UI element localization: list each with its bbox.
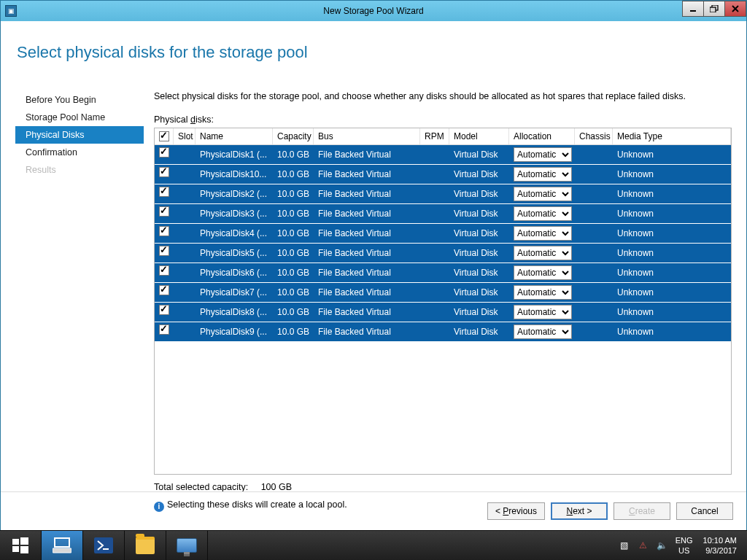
col-allocation[interactable]: Allocation [509, 128, 575, 144]
cell-name: PhysicalDisk2 (... [196, 186, 273, 202]
minimize-button[interactable] [682, 1, 704, 17]
clock[interactable]: 10:10 AM9/3/2017 [700, 535, 740, 556]
col-name[interactable]: Name [196, 128, 273, 144]
disk-row[interactable]: PhysicalDisk3 (...10.0 GBFile Backed Vir… [155, 203, 731, 223]
disk-checkbox[interactable] [159, 246, 169, 256]
cell-rpm [420, 147, 449, 163]
cell-model: Virtual Disk [449, 284, 509, 300]
nav-step-3[interactable]: Confirmation [15, 144, 144, 161]
cell-chassis [575, 324, 613, 340]
svg-rect-6 [20, 546, 28, 553]
next-button[interactable]: Next > [551, 502, 608, 520]
close-button[interactable] [724, 1, 746, 17]
cell-bus: File Backed Virtual [314, 147, 420, 163]
taskbar-computer[interactable] [166, 531, 208, 560]
disk-row[interactable]: PhysicalDisk4 (...10.0 GBFile Backed Vir… [155, 223, 731, 243]
disk-checkbox[interactable] [159, 187, 169, 197]
cell-model: Virtual Disk [449, 186, 509, 202]
svg-rect-10 [103, 548, 109, 550]
cell-rpm [420, 265, 449, 281]
col-chassis[interactable]: Chassis [575, 128, 613, 144]
svg-rect-3 [12, 539, 19, 545]
nav-step-0[interactable]: Before You Begin [15, 91, 144, 109]
cell-rpm [420, 245, 449, 261]
cell-slot [174, 206, 196, 222]
allocation-select[interactable]: AutomaticHot SpareManual [514, 187, 572, 201]
disk-checkbox[interactable] [159, 206, 169, 217]
disk-row[interactable]: PhysicalDisk5 (...10.0 GBFile Backed Vir… [155, 243, 731, 262]
disk-checkbox[interactable] [159, 147, 169, 158]
disk-checkbox[interactable] [159, 324, 169, 335]
cell-name: PhysicalDisk7 (... [196, 284, 273, 300]
previous-button[interactable]: < Previous [487, 502, 545, 520]
disk-row[interactable]: PhysicalDisk8 (...10.0 GBFile Backed Vir… [155, 302, 731, 322]
allocation-select[interactable]: AutomaticHot SpareManual [514, 147, 572, 162]
cell-rpm [420, 324, 449, 340]
col-rpm[interactable]: RPM [420, 128, 449, 144]
allocation-select[interactable]: AutomaticHot SpareManual [514, 285, 572, 300]
disk-checkbox[interactable] [159, 265, 169, 276]
allocation-select[interactable]: AutomaticHot SpareManual [514, 226, 572, 241]
select-all-checkbox[interactable] [159, 131, 169, 141]
allocation-select[interactable]: AutomaticHot SpareManual [514, 265, 572, 280]
allocation-select[interactable]: AutomaticHot SpareManual [514, 305, 572, 319]
taskbar-server-manager[interactable] [42, 531, 83, 560]
cell-name: PhysicalDisk3 (... [196, 206, 273, 222]
nav-step-2[interactable]: Physical Disks [15, 126, 144, 144]
allocation-select[interactable]: AutomaticHot SpareManual [514, 167, 572, 182]
titlebar[interactable]: ▣ New Storage Pool Wizard [1, 1, 746, 22]
cell-capacity: 10.0 GB [273, 265, 314, 281]
table-header: Slot Name Capacity Bus RPM Model Allocat… [155, 128, 731, 145]
col-model[interactable]: Model [449, 128, 509, 144]
cancel-button[interactable]: Cancel [676, 502, 733, 520]
disk-row[interactable]: PhysicalDisk10...10.0 GBFile Backed Virt… [155, 164, 731, 184]
nav-step-1[interactable]: Storage Pool Name [15, 109, 144, 126]
col-media[interactable]: Media Type [613, 128, 731, 144]
cell-model: Virtual Disk [449, 166, 509, 182]
volume-icon[interactable]: 🔈 [657, 540, 668, 551]
start-button[interactable] [0, 531, 42, 560]
maximize-button[interactable] [703, 1, 725, 17]
cell-chassis [575, 265, 613, 281]
disk-checkbox[interactable] [159, 167, 169, 177]
windows-logo-icon [12, 537, 28, 553]
language-indicator[interactable]: ENGUS [676, 535, 693, 556]
page-description: Select physical disks for the storage po… [154, 91, 730, 101]
disk-row[interactable]: PhysicalDisk2 (...10.0 GBFile Backed Vir… [155, 184, 731, 203]
allocation-select[interactable]: AutomaticHot SpareManual [514, 246, 572, 260]
cell-slot [174, 265, 196, 281]
cell-rpm [420, 225, 449, 241]
disk-checkbox[interactable] [159, 226, 169, 236]
network-icon[interactable]: ⚠ [638, 540, 649, 551]
cell-name: PhysicalDisk4 (... [196, 225, 273, 241]
disk-row[interactable]: PhysicalDisk9 (...10.0 GBFile Backed Vir… [155, 322, 731, 341]
disk-row[interactable]: PhysicalDisk7 (...10.0 GBFile Backed Vir… [155, 282, 731, 302]
cell-slot [174, 225, 196, 241]
nav-step-4: Results [15, 161, 144, 179]
wizard-steps-nav: Before You BeginStorage Pool NamePhysica… [15, 91, 144, 179]
table-body: PhysicalDisk1 (...10.0 GBFile Backed Vir… [155, 145, 731, 474]
cell-chassis [575, 245, 613, 261]
minimize-icon [689, 5, 697, 12]
cell-model: Virtual Disk [449, 265, 509, 281]
allocation-select[interactable]: AutomaticHot SpareManual [514, 324, 572, 339]
taskbar-explorer[interactable] [125, 531, 166, 560]
disk-checkbox[interactable] [159, 305, 169, 315]
taskbar-powershell[interactable] [83, 531, 125, 560]
wizard-window: ▣ New Storage Pool Wizard Select physica… [0, 0, 747, 531]
cell-slot [174, 324, 196, 340]
allocation-select[interactable]: AutomaticHot SpareManual [514, 206, 572, 221]
disk-row[interactable]: PhysicalDisk6 (...10.0 GBFile Backed Vir… [155, 262, 731, 282]
col-capacity[interactable]: Capacity [273, 128, 314, 144]
cell-model: Virtual Disk [449, 324, 509, 340]
cell-chassis [575, 206, 613, 222]
col-bus[interactable]: Bus [314, 128, 420, 144]
flag-icon[interactable]: ▧ [619, 540, 630, 551]
col-slot[interactable]: Slot [174, 128, 196, 144]
cell-rpm [420, 284, 449, 300]
cell-name: PhysicalDisk1 (... [196, 147, 273, 163]
cell-slot [174, 284, 196, 300]
cell-capacity: 10.0 GB [273, 166, 314, 182]
disk-row[interactable]: PhysicalDisk1 (...10.0 GBFile Backed Vir… [155, 145, 731, 164]
disk-checkbox[interactable] [159, 285, 169, 295]
